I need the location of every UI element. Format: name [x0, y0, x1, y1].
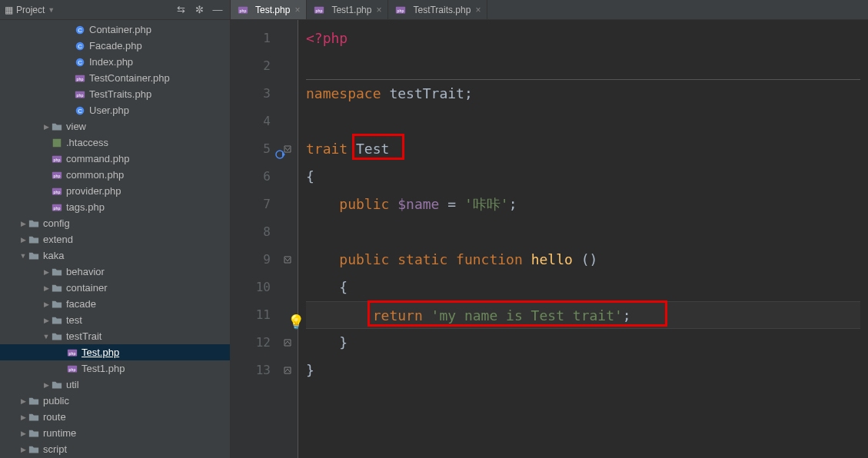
php-icon: php: [74, 72, 86, 85]
hide-icon[interactable]: —: [210, 2, 225, 18]
tree-item-label: util: [66, 379, 79, 390]
expand-arrow-icon[interactable]: ▶: [42, 268, 51, 276]
namespace-name: testTrait;: [381, 85, 473, 101]
tree-item-label: TestTraits.php: [89, 88, 151, 100]
brace-open: {: [306, 168, 314, 184]
folder-icon: [28, 250, 40, 262]
editor-body: 12345678910111213 <?php namespace testTr…: [231, 20, 868, 458]
svg-text:php: php: [397, 8, 404, 12]
tree-file[interactable]: phpTestTraits.php: [0, 86, 230, 102]
brace-close: }: [306, 362, 314, 378]
line-number: 10: [231, 274, 271, 301]
tree-item-label: Test.php: [81, 347, 119, 358]
tree-file[interactable]: phpprovider.php: [0, 183, 230, 199]
tree-file[interactable]: .htaccess: [0, 134, 230, 151]
php-icon: php: [74, 88, 86, 101]
editor-tab[interactable]: phpTest1.php×: [307, 0, 388, 19]
folder-icon: [28, 411, 40, 423]
tree-folder[interactable]: ▶route: [0, 409, 230, 425]
tree-file[interactable]: CIndex.php: [0, 54, 230, 70]
tree-folder[interactable]: ▼testTrait: [0, 328, 230, 344]
folder-icon: [51, 379, 63, 391]
svg-text:php: php: [77, 76, 84, 81]
svg-text:php: php: [54, 205, 61, 210]
tree-folder[interactable]: ▼kaka: [0, 247, 230, 264]
project-sidebar: ▦ Project ▼ ⇆ ✼ — CContainer.phpCFacade.…: [0, 0, 231, 458]
tree-folder[interactable]: ▶behavior: [0, 264, 230, 280]
project-tree[interactable]: CContainer.phpCFacade.phpCIndex.phpphpTe…: [0, 20, 230, 458]
tree-file[interactable]: phpcommon.php: [0, 167, 230, 183]
code-line-3: namespace testTrait;: [306, 80, 860, 108]
expand-arrow-icon[interactable]: ▶: [18, 397, 28, 405]
folder-icon: [28, 443, 40, 456]
sidebar-title[interactable]: ▦ Project ▼: [5, 5, 173, 15]
tree-file[interactable]: CContainer.php: [0, 22, 230, 38]
expand-arrow-icon[interactable]: ▶: [42, 317, 51, 324]
expand-arrow-icon[interactable]: ▶: [42, 284, 51, 292]
keyword-public: public: [339, 196, 389, 212]
tree-item-label: provider.php: [66, 185, 121, 197]
tree-folder[interactable]: ▶util: [0, 377, 230, 393]
expand-arrow-icon[interactable]: ▼: [42, 333, 51, 340]
editor-tab[interactable]: phpTest.php×: [231, 0, 307, 19]
tab-label: Test1.php: [331, 5, 371, 15]
tree-folder[interactable]: ▶config: [0, 215, 230, 231]
tree-folder[interactable]: ▶container: [0, 280, 230, 296]
tree-file[interactable]: phpcommand.php: [0, 151, 230, 167]
tree-folder[interactable]: ▶extend: [0, 231, 230, 247]
tree-file[interactable]: phpTest.php: [0, 344, 230, 360]
tree-folder[interactable]: ▶view: [0, 118, 230, 134]
expand-arrow-icon[interactable]: ▶: [18, 236, 28, 244]
expand-arrow-icon[interactable]: ▶: [42, 381, 51, 389]
fold-marker[interactable]: [277, 357, 298, 384]
editor-tab[interactable]: phpTestTraits.php×: [388, 0, 487, 19]
code-line-7: public $name = '咔咔';: [306, 191, 860, 218]
expand-arrow-icon[interactable]: ▼: [18, 252, 28, 260]
tree-file[interactable]: phpTestContainer.php: [0, 70, 230, 86]
tree-item-label: common.php: [66, 169, 124, 181]
tree-file[interactable]: phptags.php: [0, 199, 230, 215]
fold-marker: [277, 218, 298, 246]
brace-open: {: [339, 279, 348, 295]
php-icon: php: [313, 4, 325, 16]
line-number: 8: [231, 218, 271, 246]
htaccess-icon: [51, 137, 63, 149]
tree-folder[interactable]: ▶public: [0, 393, 230, 409]
tree-file[interactable]: CFacade.php: [0, 38, 230, 54]
tree-item-label: config: [43, 217, 70, 229]
bulb-icon[interactable]: 💡: [288, 308, 304, 336]
svg-text:C: C: [78, 26, 82, 33]
expand-arrow-icon[interactable]: ▶: [42, 300, 51, 308]
tree-file[interactable]: phpTest1.php: [0, 360, 230, 377]
expand-arrow-icon[interactable]: ▶: [18, 446, 28, 453]
close-icon[interactable]: ×: [294, 5, 300, 15]
tree-item-label: Facade.php: [89, 40, 142, 51]
line-number: 7: [231, 191, 271, 218]
expand-arrow-icon[interactable]: ▶: [18, 220, 28, 227]
gear-icon[interactable]: ✼: [191, 2, 207, 18]
code-line-6: {: [306, 163, 860, 191]
line-number: 1: [231, 25, 271, 52]
code-line-2: [306, 52, 860, 80]
fold-marker[interactable]: [277, 246, 298, 274]
collapse-icon[interactable]: ⇆: [173, 2, 188, 18]
php-icon: php: [394, 4, 407, 16]
close-icon[interactable]: ×: [475, 5, 481, 15]
tree-folder[interactable]: ▶facade: [0, 296, 230, 312]
tree-item-label: kaka: [43, 250, 64, 261]
code-area[interactable]: <?php namespace testTrait; trait Test { …: [298, 20, 868, 458]
close-icon[interactable]: ×: [376, 5, 381, 15]
expand-arrow-icon[interactable]: ▶: [18, 430, 28, 437]
tree-item-label: facade: [66, 298, 96, 310]
tree-item-label: Index.php: [89, 56, 133, 68]
expand-arrow-icon[interactable]: ▶: [18, 413, 28, 421]
tree-folder[interactable]: ▶script: [0, 441, 230, 457]
keyword-trait: trait: [306, 141, 348, 157]
keyword-function: function: [447, 251, 523, 267]
expand-arrow-icon[interactable]: ▶: [42, 123, 51, 131]
fold-gutter: [277, 20, 298, 458]
tree-folder[interactable]: ▶runtime: [0, 425, 230, 441]
override-icon[interactable]: [275, 143, 288, 171]
tree-file[interactable]: CUser.php: [0, 102, 230, 118]
tree-folder[interactable]: ▶test: [0, 312, 230, 328]
